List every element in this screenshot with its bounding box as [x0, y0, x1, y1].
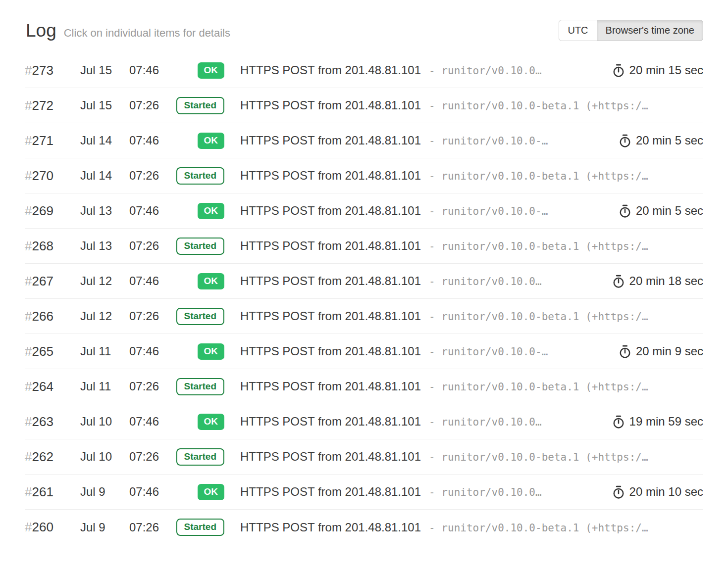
status-badge: OK — [198, 414, 225, 430]
event-date: Jul 10 — [80, 415, 129, 429]
event-number-hash: # — [25, 449, 32, 464]
event-time: 07:26 — [129, 169, 177, 183]
event-time: 07:46 — [129, 415, 177, 429]
page-subtitle: Click on individual items for details — [64, 27, 230, 40]
event-source-text: HTTPS POST from 201.48.81.101 — [240, 309, 421, 323]
user-agent-text: - runitor/v0.10.0-… — [429, 205, 548, 217]
event-description: HTTPS POST from 201.48.81.101 - runitor/… — [240, 63, 600, 77]
user-agent-text: - runitor/v0.10.0… — [429, 65, 542, 77]
log-row[interactable]: #263 Jul 10 07:46 OK HTTPS POST from 201… — [25, 404, 703, 439]
event-number-hash: # — [25, 98, 32, 113]
event-date: Jul 15 — [80, 63, 129, 77]
utc-button[interactable]: UTC — [559, 20, 597, 41]
event-duration: 20 min 5 sec — [619, 204, 703, 218]
event-number: #269 — [25, 203, 80, 219]
event-number-hash: # — [25, 63, 32, 78]
duration-text: 20 min 15 sec — [629, 63, 703, 77]
status-badge: OK — [198, 203, 225, 219]
duration-text: 20 min 5 sec — [636, 204, 703, 218]
log-row[interactable]: #267 Jul 12 07:46 OK HTTPS POST from 201… — [25, 264, 703, 299]
event-number: #263 — [25, 414, 80, 429]
event-date: Jul 14 — [80, 134, 129, 147]
event-source-text: HTTPS POST from 201.48.81.101 — [240, 485, 421, 499]
user-agent-text: - runitor/v0.10.0-beta.1 (+https:/… — [429, 451, 648, 463]
duration-text: 20 min 10 sec — [629, 485, 703, 499]
log-row[interactable]: #260 Jul 9 07:26 Started HTTPS POST from… — [25, 510, 703, 545]
log-row[interactable]: #266 Jul 12 07:26 Started HTTPS POST fro… — [25, 299, 703, 334]
event-number-hash: # — [25, 203, 32, 218]
event-date: Jul 13 — [80, 204, 129, 218]
event-date: Jul 10 — [80, 450, 129, 464]
stopwatch-icon — [619, 204, 631, 218]
status-badge-cell: Started — [177, 308, 224, 325]
event-number-hash: # — [25, 168, 32, 183]
event-number: #273 — [25, 63, 80, 78]
page-title: Log — [26, 20, 56, 41]
event-source-text: HTTPS POST from 201.48.81.101 — [240, 134, 421, 147]
status-badge-cell: OK — [177, 133, 224, 149]
event-number-hash: # — [25, 414, 32, 429]
event-number-value: 271 — [32, 133, 53, 148]
log-row[interactable]: #264 Jul 11 07:26 Started HTTPS POST fro… — [25, 369, 703, 404]
event-time: 07:46 — [129, 134, 177, 147]
event-number-hash: # — [25, 484, 32, 499]
event-source-text: HTTPS POST from 201.48.81.101 — [240, 204, 421, 218]
log-row[interactable]: #268 Jul 13 07:26 Started HTTPS POST fro… — [25, 229, 703, 264]
browsers-time-zone-button[interactable]: Browser's time zone — [597, 20, 703, 41]
status-badge-cell: OK — [177, 62, 224, 79]
event-date: Jul 15 — [80, 98, 129, 112]
status-badge-cell: Started — [177, 167, 224, 185]
duration-text: 19 min 59 sec — [629, 415, 703, 429]
log-row[interactable]: #261 Jul 9 07:46 OK HTTPS POST from 201.… — [25, 475, 703, 510]
event-source-text: HTTPS POST from 201.48.81.101 — [240, 98, 421, 112]
duration-text: 20 min 18 sec — [629, 274, 703, 288]
log-row[interactable]: #270 Jul 14 07:26 Started HTTPS POST fro… — [25, 158, 703, 193]
user-agent-text: - runitor/v0.10.0… — [429, 486, 542, 498]
stopwatch-icon — [619, 345, 631, 359]
stopwatch-icon — [612, 485, 625, 499]
event-description: HTTPS POST from 201.48.81.101 - runitor/… — [240, 450, 703, 464]
log-row[interactable]: #265 Jul 11 07:46 OK HTTPS POST from 201… — [25, 334, 703, 369]
log-row[interactable]: #262 Jul 10 07:26 Started HTTPS POST fro… — [25, 439, 703, 475]
event-source-text: HTTPS POST from 201.48.81.101 — [240, 380, 421, 393]
event-number: #265 — [25, 344, 80, 359]
event-number-value: 268 — [32, 238, 53, 253]
event-number-value: 266 — [32, 309, 53, 324]
event-time: 07:46 — [129, 485, 177, 499]
event-number: #267 — [25, 274, 80, 289]
status-badge: Started — [176, 167, 224, 185]
log-row[interactable]: #271 Jul 14 07:46 OK HTTPS POST from 201… — [25, 123, 703, 158]
event-description: HTTPS POST from 201.48.81.101 - runitor/… — [240, 274, 600, 288]
status-badge-cell: Started — [177, 519, 224, 536]
event-source-text: HTTPS POST from 201.48.81.101 — [240, 450, 421, 464]
event-number-hash: # — [25, 520, 32, 534]
log-row[interactable]: #272 Jul 15 07:26 Started HTTPS POST fro… — [25, 88, 703, 123]
event-description: HTTPS POST from 201.48.81.101 - runitor/… — [240, 344, 607, 358]
log-row[interactable]: #273 Jul 15 07:46 OK HTTPS POST from 201… — [25, 53, 703, 88]
event-number-value: 264 — [32, 379, 53, 394]
event-number-value: 261 — [32, 484, 53, 499]
event-number-hash: # — [25, 274, 32, 288]
event-date: Jul 13 — [80, 239, 129, 253]
status-badge-cell: Started — [177, 238, 224, 255]
event-number-value: 265 — [32, 344, 53, 359]
event-duration: 20 min 18 sec — [612, 274, 703, 288]
log-row[interactable]: #269 Jul 13 07:46 OK HTTPS POST from 201… — [25, 193, 703, 229]
event-number-value: 260 — [32, 520, 53, 534]
user-agent-text: - runitor/v0.10.0-beta.1 (+https:/… — [429, 170, 648, 182]
event-time: 07:26 — [129, 239, 177, 253]
user-agent-text: - runitor/v0.10.0… — [429, 276, 542, 287]
status-badge-cell: OK — [177, 273, 224, 289]
page-header: Log Click on individual items for detail… — [25, 20, 703, 41]
event-description: HTTPS POST from 201.48.81.101 - runitor/… — [240, 204, 607, 218]
event-description: HTTPS POST from 201.48.81.101 - runitor/… — [240, 134, 607, 147]
event-number: #272 — [25, 98, 80, 113]
event-duration: 20 min 15 sec — [612, 63, 703, 77]
event-duration: 19 min 59 sec — [612, 415, 703, 429]
user-agent-text: - runitor/v0.10.0-beta.1 (+https:/… — [429, 311, 648, 323]
event-description: HTTPS POST from 201.48.81.101 - runitor/… — [240, 485, 600, 499]
log-list: #273 Jul 15 07:46 OK HTTPS POST from 201… — [25, 53, 703, 545]
event-number: #260 — [25, 520, 80, 535]
event-source-text: HTTPS POST from 201.48.81.101 — [240, 415, 421, 429]
event-number: #270 — [25, 168, 80, 184]
